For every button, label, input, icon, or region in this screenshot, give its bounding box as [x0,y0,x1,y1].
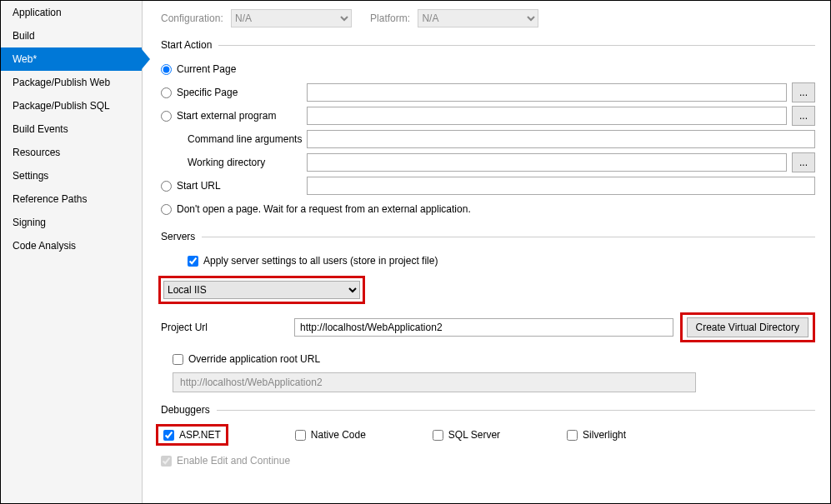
sidebar-item-ref-paths[interactable]: Reference Paths [1,187,142,211]
external-program-input[interactable] [307,107,787,125]
external-program-browse-button[interactable]: ... [792,106,815,126]
main-panel: Configuration: N/A Platform: N/A Start A… [143,1,830,503]
aspnet-checkbox[interactable] [163,430,174,441]
specific-page-browse-button[interactable]: ... [792,82,815,102]
external-program-radio[interactable] [161,111,172,122]
silverlight-checkbox[interactable] [567,430,578,441]
start-url-radio[interactable] [161,181,172,192]
native-code-checkbox[interactable] [295,430,306,441]
apply-settings-checkbox[interactable] [188,256,198,267]
sidebar-item-application[interactable]: Application [1,1,142,24]
apply-settings-label: Apply server settings to all users (stor… [203,255,438,267]
working-dir-browse-button[interactable]: ... [792,152,815,172]
sidebar-item-web[interactable]: Web* [1,47,142,71]
silverlight-label: Silverlight [583,429,626,441]
working-dir-input[interactable] [307,153,787,172]
sidebar-item-settings[interactable]: Settings [1,164,142,187]
sidebar-nav: Application Build Web* Package/Publish W… [1,1,143,503]
create-vd-highlight: Create Virtual Directory [680,312,816,342]
override-root-checkbox[interactable] [173,354,183,365]
configuration-select[interactable]: N/A [231,9,352,27]
ellipsis-icon: ... [799,157,808,168]
specific-page-input[interactable] [307,83,787,102]
current-page-radio[interactable] [161,64,172,75]
sidebar-item-pkg-web[interactable]: Package/Publish Web [1,71,142,94]
native-code-label: Native Code [311,429,366,441]
override-root-input [173,372,696,392]
sidebar-item-pkg-sql[interactable]: Package/Publish SQL [1,94,142,117]
debuggers-header: Debuggers [161,404,815,416]
sidebar-item-resources[interactable]: Resources [1,141,142,164]
project-url-label: Project Url [161,322,294,333]
enable-edit-checkbox [161,456,172,467]
specific-page-label: Specific Page [177,87,238,98]
platform-label: Platform: [370,12,410,24]
working-dir-label: Working directory [188,157,307,168]
servers-header: Servers [161,231,815,242]
external-program-label: Start external program [177,110,276,122]
debuggers-title: Debuggers [161,404,217,416]
cmd-args-label: Command line arguments [188,133,307,145]
ellipsis-icon: ... [799,110,808,122]
enable-edit-label: Enable Edit and Continue [177,455,290,467]
start-url-input[interactable] [307,177,815,195]
cmd-args-input[interactable] [307,130,815,148]
sidebar-item-code-analysis[interactable]: Code Analysis [1,234,142,257]
config-row: Configuration: N/A Platform: N/A [161,9,815,27]
current-page-label: Current Page [177,63,236,75]
dont-open-radio[interactable] [161,204,172,215]
start-action-title: Start Action [161,39,218,51]
configuration-label: Configuration: [161,12,223,24]
override-root-label: Override application root URL [188,353,320,365]
platform-select[interactable]: N/A [418,9,538,27]
project-url-input[interactable] [294,318,673,337]
server-type-select[interactable]: Local IIS [163,281,360,299]
start-url-label: Start URL [177,180,221,192]
server-select-highlight: Local IIS [158,276,365,304]
start-action-header: Start Action [161,39,815,51]
sidebar-item-build[interactable]: Build [1,24,142,47]
sql-server-checkbox[interactable] [433,430,443,441]
sidebar-item-signing[interactable]: Signing [1,211,142,234]
aspnet-highlight: ASP.NET [156,424,228,446]
create-virtual-directory-button[interactable]: Create Virtual Directory [687,317,809,337]
sql-server-label: SQL Server [448,429,500,441]
dont-open-label: Don't open a page. Wait for a request fr… [177,203,471,215]
sidebar-item-build-events[interactable]: Build Events [1,117,142,141]
servers-title: Servers [161,231,202,242]
aspnet-label: ASP.NET [179,429,221,441]
specific-page-radio[interactable] [161,87,172,98]
ellipsis-icon: ... [799,87,808,98]
